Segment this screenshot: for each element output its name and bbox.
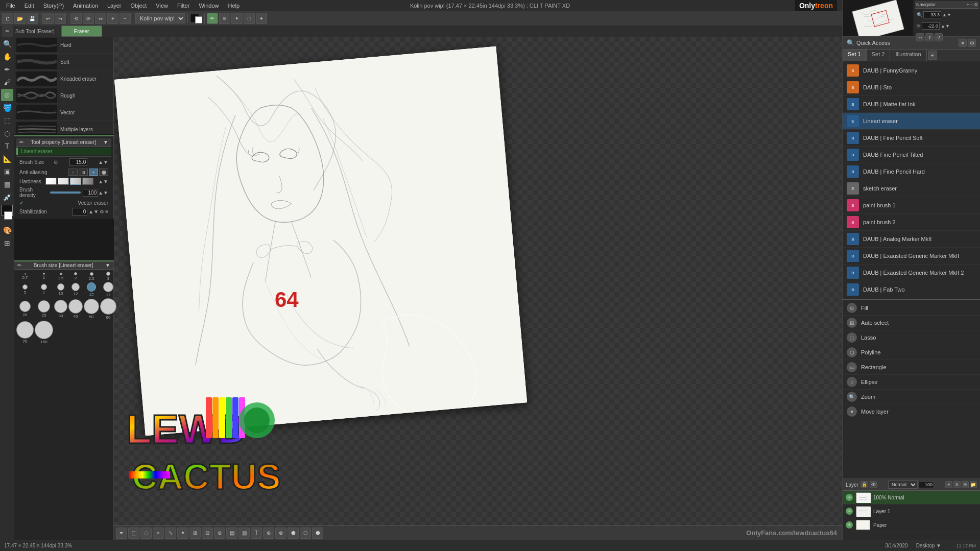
menu-view[interactable]: View [152,2,172,10]
nav-zoom-arrows[interactable]: ▲▼ [942,12,951,17]
bt-lasso[interactable]: ⌖ [153,528,164,539]
qa-ellipse[interactable]: ○ Ellipse [843,375,980,390]
3d-tool[interactable]: ▣ [1,165,13,178]
layer-row-paper[interactable]: 👁 Paper [843,518,980,532]
new-btn[interactable]: 🗋 [2,13,13,24]
aa-strong[interactable]: ⬤ [99,169,108,176]
bg-color[interactable] [4,211,12,220]
density-slider[interactable] [50,191,81,194]
brush-vector[interactable]: Vector [14,104,113,121]
bt-extra3[interactable]: ⬟ [288,528,299,539]
brush-sizes-header[interactable]: ✏ Brush size [Lineart eraser] ▼ [14,261,113,270]
blend-mode-select[interactable]: Normal Multiply Screen Overlay [888,481,918,489]
hardness-0[interactable] [45,178,57,185]
brush-size-input[interactable] [69,158,87,166]
undo-btn[interactable]: ↩ [42,13,54,24]
menu-storyp[interactable]: Story(P) [39,2,68,10]
lasso-tool[interactable]: ◌ [1,127,13,139]
bsize-15[interactable]: 1.5 [54,272,67,281]
bsize-2[interactable]: 2 [68,272,83,281]
eraser-tool[interactable]: ⊘ [1,89,13,101]
nav-settings[interactable]: ⚙ [974,2,978,7]
qa-funny-granny[interactable]: B DAUB | FunnyGranny [843,62,980,79]
nav-zoom-input[interactable] [923,11,941,18]
fill-tool[interactable]: 🪣 [1,102,13,114]
bsize-50[interactable]: 50 [84,298,99,320]
bsize-1[interactable]: 1 [35,272,53,281]
layer-delete[interactable]: ✕ [953,481,961,488]
bt-gradient[interactable]: ▥ [238,528,250,539]
select-tool[interactable]: ⬚ [1,114,13,127]
brush-set-illustration[interactable]: Illustration [890,50,926,61]
zoom-out-btn[interactable]: − [119,13,131,24]
layer-row-100-normal[interactable]: 👁 100% Normal [843,491,980,505]
qa-move-layer[interactable]: ✦ Move layer [843,404,980,419]
bt-move[interactable]: ✦ [177,528,188,539]
dot-btn[interactable]: ● [256,13,267,24]
bt-transform[interactable]: ⤡ [165,528,176,539]
bt-paste[interactable]: ⊟ [202,528,213,539]
menu-layer[interactable]: Layer [103,2,126,10]
qa-auto-select[interactable]: ⊞ Auto select [843,316,980,330]
qa-fine-pencil-tilted[interactable]: B DAUB Fine Pencil Tilted [843,147,980,163]
brush-set-2[interactable]: Set 2 [867,50,891,61]
bsize-12[interactable]: 12 [68,282,83,297]
bsize-60[interactable]: 60 [100,298,116,320]
gradient-tool[interactable]: ▤ [1,178,13,190]
qa-fine-pencil-hard[interactable]: B DAUB | Fine Pencil Hard [843,163,980,180]
hardness-2[interactable] [70,178,81,185]
qa-exausted-mk2[interactable]: B DAUB | Exausted Generic Marker MkII [843,248,980,265]
rotate-right-btn[interactable]: ⟳ [83,13,94,24]
bt-erase[interactable]: ⊘ [214,528,225,539]
qa-paint-brush-1[interactable]: B paint brush 1 [843,197,980,214]
canvas-selector[interactable]: Kolin pov wip! [135,13,185,23]
brush-size-arrows[interactable]: ▲▼ [98,159,108,165]
bsize-25b[interactable]: 25 [35,298,53,320]
qa-polyline[interactable]: ⬡ Polyline [843,345,980,360]
bsize-3[interactable]: 3 [100,272,116,281]
lasso-btn[interactable]: ◌ [244,13,255,24]
bt-pen[interactable]: ✒ [116,528,127,539]
color-icon2[interactable] [195,16,202,23]
menu-window[interactable]: Window [195,2,223,10]
text-tool[interactable]: T [1,140,13,152]
zoom-in-btn[interactable]: + [107,13,118,24]
qa-sketch-eraser[interactable]: E sketch eraser [843,180,980,197]
layer-vis-1[interactable]: 👁 [846,494,853,501]
nav-rot-arrows[interactable]: ▲▼ [941,23,950,29]
bsize-150[interactable]: 150 [35,321,53,344]
layer-folder[interactable]: 📁 [970,481,977,488]
stab-arrows[interactable]: ▲▼ [88,209,99,214]
ruler-tool[interactable]: 📐 [1,153,13,165]
menu-object[interactable]: Object [127,2,151,10]
qa-fab-two[interactable]: B DAUB | Fab Two [843,281,980,298]
bsize-17[interactable]: 17 [100,282,116,297]
zoom-tool[interactable]: 🔍 [1,38,13,50]
qa-fine-pencil-soft[interactable]: B DAUB | Fine Pencil Soft [843,130,980,147]
nav-reset[interactable]: ↺ [935,33,943,41]
bsize-20[interactable]: 20 [16,298,34,320]
nav-flip-v[interactable]: ⇕ [925,33,934,41]
move-tool[interactable]: ✋ [1,51,13,63]
nav-zoom-in[interactable]: + [966,2,969,7]
menu-help[interactable]: Help [224,2,244,10]
bsize-40[interactable]: 40 [68,298,83,320]
qa-sto[interactable]: B DAUB | Sto [843,79,980,96]
bt-extra2[interactable]: ⊗ [275,528,286,539]
layer-vis-2[interactable]: 👁 [846,508,853,515]
tool-prop-collapse[interactable]: ▼ [103,139,108,145]
qa-rectangle[interactable]: ▭ Rectangle [843,360,980,375]
eraser-mode-btn[interactable]: Eraser [61,26,102,37]
bt-sel1[interactable]: ⬚ [128,528,139,539]
bt-extra1[interactable]: ⊕ [263,528,274,539]
redo-btn[interactable]: ↪ [55,13,66,24]
bsize-7[interactable]: 7 [35,282,53,297]
menu-animation[interactable]: Animation [69,2,102,10]
open-btn[interactable]: 📂 [14,13,26,24]
bt-copy[interactable]: ⊞ [189,528,201,539]
bt-extra5[interactable]: ⬢ [312,528,323,539]
bsize-07[interactable]: 0.7 [16,272,34,281]
layer-opacity-input[interactable] [919,481,934,488]
pen-btn[interactable]: ✏ [207,13,218,24]
hardness-1[interactable] [58,178,69,185]
